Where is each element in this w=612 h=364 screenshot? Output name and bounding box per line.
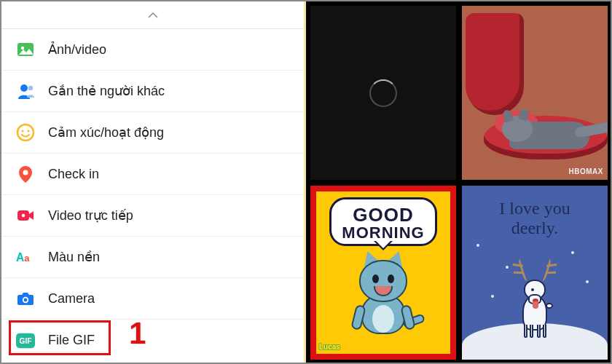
hbomax-watermark: HBOMAX <box>569 167 603 175</box>
menu-gif[interactable]: GIF File GIF <box>1 320 304 361</box>
gif-cell-deer[interactable]: I love you deerly. <box>462 186 608 360</box>
menu-photo-video[interactable]: Ảnh/video <box>1 29 304 71</box>
svg-point-5 <box>21 130 23 132</box>
checkin-icon <box>16 165 35 183</box>
loading-spinner-icon <box>369 79 397 107</box>
feeling-icon <box>16 123 35 142</box>
menu-list: Ảnh/video Gắn thẻ người khác Cảm xúc/hoạ… <box>1 29 304 363</box>
gif-icon: GIF <box>16 331 35 350</box>
menu-checkin[interactable]: Check in <box>1 154 304 195</box>
menu-label: Cảm xúc/hoạt động <box>48 124 164 141</box>
menu-label: Ảnh/video <box>48 41 106 58</box>
collapse-handle[interactable] <box>1 1 304 29</box>
gif-cell-loading[interactable] <box>310 6 456 180</box>
background-color-icon: Aa <box>16 248 35 266</box>
gif-picker-panel: HBOMAX GOOD MORNING Lucas <box>306 1 611 363</box>
deer-illustration <box>502 250 568 338</box>
menu-camera[interactable]: Camera <box>1 278 304 320</box>
svg-text:A: A <box>16 251 24 264</box>
svg-point-4 <box>17 124 34 141</box>
svg-point-6 <box>27 130 29 132</box>
post-options-panel: Ảnh/video Gắn thẻ người khác Cảm xúc/hoạ… <box>1 1 306 363</box>
menu-feeling[interactable]: Cảm xúc/hoạt động <box>1 112 304 154</box>
deer-text: I love you deerly. <box>462 199 608 238</box>
gm-text-2: MORNING <box>342 223 424 242</box>
gif-grid: HBOMAX GOOD MORNING Lucas <box>307 3 611 363</box>
svg-point-9 <box>22 214 25 217</box>
svg-point-2 <box>20 84 28 92</box>
menu-tag-people[interactable]: Gắn thẻ người khác <box>1 71 304 112</box>
camera-icon <box>16 289 35 308</box>
tutorial-frame: Ảnh/video Gắn thẻ người khác Cảm xúc/hoạ… <box>0 0 612 364</box>
speech-bubble: GOOD MORNING <box>329 197 436 246</box>
step-1-number: 1 <box>129 316 146 351</box>
chevron-up-icon <box>147 12 159 19</box>
tag-person-icon <box>16 82 35 100</box>
gif-cell-tom[interactable]: HBOMAX <box>462 6 608 180</box>
tom-cat-illustration <box>502 98 608 149</box>
svg-point-7 <box>23 170 28 175</box>
menu-background-color[interactable]: Aa Màu nền <box>1 237 304 278</box>
menu-label: Gắn thẻ người khác <box>48 83 165 99</box>
gif-cell-goodmorning[interactable]: GOOD MORNING Lucas <box>310 186 456 360</box>
svg-point-3 <box>28 86 33 90</box>
menu-label: Video trực tiếp <box>48 207 133 223</box>
svg-text:GIF: GIF <box>19 336 31 344</box>
menu-label: Màu nền <box>48 249 100 265</box>
menu-live-video[interactable]: Video trực tiếp <box>1 195 304 237</box>
menu-label: File GIF <box>48 333 95 348</box>
menu-label: Check in <box>48 167 99 182</box>
photo-video-icon <box>16 40 35 59</box>
live-video-icon <box>16 206 35 225</box>
lucas-badge: Lucas <box>319 343 340 351</box>
svg-text:a: a <box>24 253 30 264</box>
menu-label: Camera <box>48 291 95 306</box>
cat-illustration <box>343 250 423 334</box>
svg-point-1 <box>21 47 24 50</box>
svg-point-13 <box>24 298 28 302</box>
